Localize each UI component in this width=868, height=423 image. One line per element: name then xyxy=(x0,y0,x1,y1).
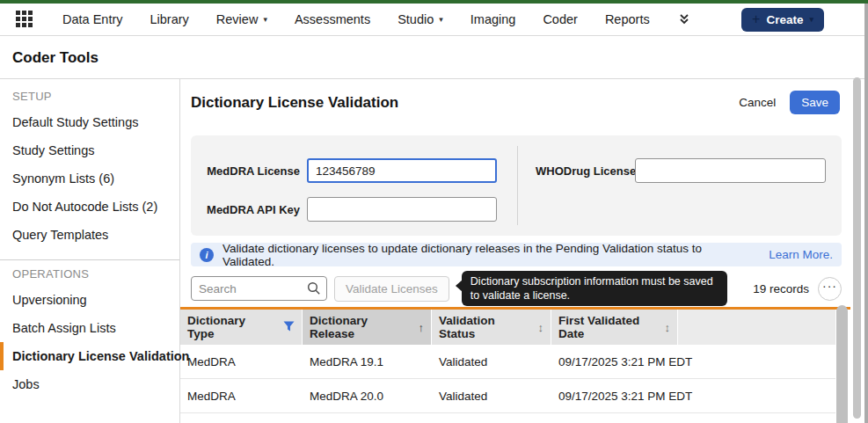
info-banner: i Validate dictionary licenses to update… xyxy=(191,243,842,266)
app-window: Data Entry Library Review▾ Assessments S… xyxy=(0,0,868,423)
search-icon xyxy=(307,281,321,299)
nav-item-assessments[interactable]: Assessments xyxy=(295,12,370,26)
nav-item-label: Data Entry xyxy=(62,12,123,26)
sidebar-item-do-not-autocode-lists[interactable]: Do Not Autocode Lists (2) xyxy=(0,193,179,221)
sidebar-item-query-templates[interactable]: Query Templates xyxy=(0,221,179,249)
table-row: MedDRA MedDRA 19.1 Validated 09/17/2025 … xyxy=(180,345,835,379)
chevron-down-icon: ▾ xyxy=(439,16,443,24)
main-header: Dictionary License Validation Cancel Sav… xyxy=(191,91,840,114)
sort-icon[interactable]: ↕ xyxy=(538,321,544,334)
search-box xyxy=(191,276,327,301)
records-count: 19 records xyxy=(753,282,809,295)
column-label: First Validated Date xyxy=(558,314,657,340)
sidebar-item-study-settings[interactable]: Study Settings xyxy=(0,136,179,164)
license-form-panel: MedDRA License MedDRA API Key WHODrug Li… xyxy=(191,135,842,236)
sidebar-item-batch-assign-lists[interactable]: Batch Assign Lists xyxy=(0,314,179,342)
learn-more-link[interactable]: Learn More. xyxy=(769,248,833,261)
sidebar-item-dictionary-license-validation[interactable]: Dictionary License Validation xyxy=(0,342,179,370)
nav-item-label: Assessments xyxy=(295,12,370,26)
whodrug-license-field[interactable] xyxy=(635,158,826,183)
table-row: MedDRA MedDRA 20.0 Validated 09/17/2025 … xyxy=(180,379,835,413)
cell-validation-status: Validated xyxy=(432,355,551,368)
sidebar-item-upversioning[interactable]: Upversioning xyxy=(0,286,179,314)
sidebar-item-jobs[interactable]: Jobs xyxy=(0,370,179,398)
nav-overflow-double-chevron-icon[interactable] xyxy=(677,12,691,26)
validate-tooltip: Dictionary subscription information must… xyxy=(462,271,727,307)
table-header-row: Dictionary Type Dictionary Release ↑ Val… xyxy=(180,310,835,345)
main-panel: Dictionary License Validation Cancel Sav… xyxy=(180,79,868,423)
info-icon: i xyxy=(200,248,214,262)
content-area: SETUP Default Study Settings Study Setti… xyxy=(0,78,868,423)
column-label: Dictionary Release xyxy=(310,314,411,340)
app-grid-icon[interactable] xyxy=(16,11,33,28)
sidebar: SETUP Default Study Settings Study Setti… xyxy=(0,79,180,423)
save-button[interactable]: Save xyxy=(790,91,840,114)
cell-first-validated-date: 09/17/2025 3:21 PM EDT xyxy=(551,390,678,403)
main-title: Dictionary License Validation xyxy=(191,94,398,112)
meddra-license-label: MedDRA License xyxy=(203,164,300,178)
chevron-down-icon: ▾ xyxy=(809,16,813,24)
form-row-meddra-license: MedDRA License xyxy=(203,158,503,183)
window-scrollbar-edge xyxy=(864,4,868,423)
nav-item-label: Studio xyxy=(398,12,434,26)
validate-licenses-button[interactable]: Validate Licenses xyxy=(334,276,449,302)
nav-item-studio[interactable]: Studio▾ xyxy=(398,12,443,26)
cell-dictionary-type: MedDRA xyxy=(180,390,303,403)
meddra-api-key-field[interactable] xyxy=(307,197,497,222)
column-header-validation-status[interactable]: Validation Status ↕ xyxy=(432,310,551,345)
page-scrollbar-thumb[interactable] xyxy=(853,77,861,419)
whodrug-license-label: WHODrug License xyxy=(536,164,628,178)
nav-item-label: Library xyxy=(150,12,189,26)
nav-item-review[interactable]: Review▾ xyxy=(216,12,267,26)
nav-item-library[interactable]: Library xyxy=(150,12,189,26)
sort-icon[interactable]: ↕ xyxy=(665,321,671,334)
info-banner-text: Validate dictionary licenses to update d… xyxy=(222,242,744,268)
column-header-filler xyxy=(678,310,835,345)
column-header-first-validated-date[interactable]: First Validated Date ↕ xyxy=(551,310,678,345)
sidebar-section-setup-title: SETUP xyxy=(0,83,179,108)
form-column-meddra: MedDRA License MedDRA API Key xyxy=(203,146,518,225)
nav-item-imaging[interactable]: Imaging xyxy=(470,12,516,26)
table-toolbar: Validate Licenses Dictionary subscriptio… xyxy=(191,275,842,302)
column-header-dictionary-type[interactable]: Dictionary Type xyxy=(180,310,303,345)
chevron-down-icon: ▾ xyxy=(263,16,267,24)
dictionary-table: Dictionary Type Dictionary Release ↑ Val… xyxy=(180,310,835,423)
filter-icon[interactable] xyxy=(283,321,295,334)
table-scrollbar-thumb[interactable] xyxy=(836,305,848,423)
nav-item-coder[interactable]: Coder xyxy=(543,12,578,26)
form-column-whodrug: WHODrug License xyxy=(518,146,829,225)
form-row-meddra-api-key: MedDRA API Key xyxy=(203,197,503,222)
cell-first-validated-date: 09/17/2025 3:21 PM EDT xyxy=(551,355,678,368)
cell-dictionary-type: MedDRA xyxy=(180,355,303,368)
cell-validation-status: Validated xyxy=(432,390,551,403)
column-header-dictionary-release[interactable]: Dictionary Release ↑ xyxy=(303,310,432,345)
create-button[interactable]: + Create ▾ xyxy=(741,8,824,32)
sidebar-item-synonym-lists[interactable]: Synonym Lists (6) xyxy=(0,164,179,193)
column-label: Validation Status xyxy=(439,314,530,340)
column-label: Dictionary Type xyxy=(187,314,275,340)
nav-item-reports[interactable]: Reports xyxy=(605,12,650,26)
meddra-api-key-label: MedDRA API Key xyxy=(203,203,300,216)
sidebar-section-operations-title: OPERATIONS xyxy=(0,260,179,286)
nav-item-label: Coder xyxy=(543,12,578,26)
meddra-license-field[interactable] xyxy=(307,158,497,183)
cell-dictionary-release: MedDRA 20.0 xyxy=(303,390,432,403)
more-options-button[interactable]: ··· xyxy=(818,277,842,301)
plus-icon: + xyxy=(752,12,760,26)
table-row: MedDRA MedDRA 20.1 Validated 09/17/2025 … xyxy=(180,413,835,423)
nav-item-label: Review xyxy=(216,12,259,26)
sidebar-item-default-study-settings[interactable]: Default Study Settings xyxy=(0,108,179,136)
nav-item-label: Imaging xyxy=(470,12,516,26)
sort-ascending-icon[interactable]: ↑ xyxy=(419,321,425,334)
cell-dictionary-release: MedDRA 19.1 xyxy=(303,355,432,368)
create-button-label: Create xyxy=(766,13,803,26)
form-row-whodrug-license: WHODrug License xyxy=(536,158,829,183)
nav-item-data-entry[interactable]: Data Entry xyxy=(62,12,123,26)
cancel-button[interactable]: Cancel xyxy=(739,96,776,109)
top-navbar: Data Entry Library Review▾ Assessments S… xyxy=(0,4,868,36)
nav-item-label: Reports xyxy=(605,12,650,26)
page-title: Coder Tools xyxy=(0,36,868,78)
